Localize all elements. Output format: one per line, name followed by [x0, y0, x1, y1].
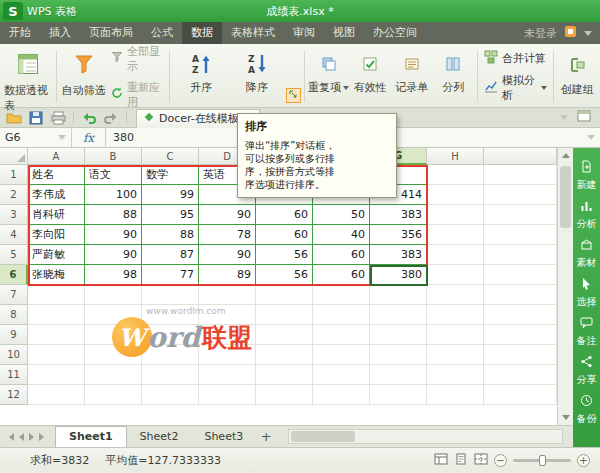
pivot-table-button[interactable]: 数据透视表 [4, 46, 53, 107]
cell[interactable] [85, 305, 142, 325]
cell[interactable]: 90 [85, 245, 142, 265]
scroll-up-button[interactable] [558, 148, 573, 163]
cell[interactable] [313, 285, 370, 305]
sort-ascending-button[interactable]: AZ 升序 [173, 46, 229, 107]
cell[interactable] [28, 345, 85, 365]
cell[interactable] [484, 165, 557, 185]
prev-sheet-icon[interactable] [19, 433, 24, 441]
tab-page-layout[interactable]: 页面布局 [80, 22, 142, 44]
horizontal-scroll-thumb[interactable] [291, 431, 355, 442]
next-sheet-icon[interactable] [29, 433, 34, 441]
horizontal-scrollbar[interactable] [288, 429, 563, 444]
cell[interactable]: 87 [142, 245, 199, 265]
row-header[interactable]: 5 [0, 245, 28, 265]
cell[interactable]: 77 [142, 265, 199, 285]
sort-dialog-launcher-button[interactable] [286, 88, 301, 103]
cell[interactable] [370, 365, 427, 385]
cell[interactable] [427, 205, 484, 225]
cell[interactable]: 60 [256, 225, 313, 245]
row-header[interactable]: 1 [0, 165, 28, 185]
tab-data[interactable]: 数据 [182, 22, 222, 44]
row-header[interactable]: 11 [0, 365, 28, 385]
cell[interactable] [484, 285, 557, 305]
sheet-tab-1[interactable]: Sheet1 [55, 426, 127, 447]
row-header[interactable]: 3 [0, 205, 28, 225]
cell[interactable] [427, 345, 484, 365]
cell[interactable] [484, 325, 557, 345]
auto-filter-button[interactable]: 自动筛选 [59, 46, 108, 107]
text-to-columns-button[interactable]: 分列 [433, 46, 475, 107]
cell[interactable]: 60 [256, 205, 313, 225]
name-box-chevron-icon[interactable] [58, 135, 66, 140]
cell[interactable]: 90 [199, 205, 256, 225]
cell[interactable] [313, 365, 370, 385]
column-header[interactable]: H [427, 148, 484, 165]
column-header[interactable]: C [142, 148, 199, 165]
cell[interactable]: 380 [370, 265, 427, 285]
cell[interactable] [142, 285, 199, 305]
tab-table-style[interactable]: 表格样式 [222, 22, 284, 44]
last-sheet-icon[interactable] [39, 433, 44, 441]
cell[interactable] [142, 365, 199, 385]
cell[interactable] [142, 385, 199, 405]
cell[interactable]: 姓名 [28, 165, 85, 185]
row-header[interactable]: 8 [0, 305, 28, 325]
vertical-scrollbar[interactable] [557, 148, 573, 425]
cell[interactable] [484, 185, 557, 205]
record-form-button[interactable]: 记录单 [391, 46, 433, 107]
tab-insert[interactable]: 插入 [40, 22, 80, 44]
reapply-button[interactable]: 重新应用 [111, 80, 163, 110]
cell[interactable] [142, 305, 199, 325]
cell[interactable]: 356 [370, 225, 427, 245]
cell[interactable] [256, 365, 313, 385]
sidebar-item-analyze[interactable]: 分析 [573, 194, 600, 233]
tab-review[interactable]: 审阅 [284, 22, 324, 44]
cell[interactable]: 李向阳 [28, 225, 85, 245]
cell[interactable] [85, 385, 142, 405]
cell[interactable]: 肖科研 [28, 205, 85, 225]
cell[interactable]: 90 [199, 245, 256, 265]
cell[interactable] [427, 245, 484, 265]
cell[interactable]: 60 [313, 245, 370, 265]
cell[interactable] [484, 205, 557, 225]
cell[interactable]: 60 [313, 265, 370, 285]
row-header[interactable]: 10 [0, 345, 28, 365]
cell[interactable] [256, 385, 313, 405]
sheet-tab-2[interactable]: Sheet2 [127, 427, 192, 447]
cell[interactable] [256, 305, 313, 325]
cell[interactable]: 99 [142, 185, 199, 205]
sheet-tab-3[interactable]: Sheet3 [191, 427, 256, 447]
cell[interactable] [142, 345, 199, 365]
cell[interactable] [427, 325, 484, 345]
tab-view[interactable]: 视图 [324, 22, 364, 44]
cell[interactable] [313, 305, 370, 325]
cell[interactable] [427, 365, 484, 385]
cell[interactable] [199, 325, 256, 345]
name-box[interactable]: G6 [0, 128, 72, 147]
cell[interactable] [199, 305, 256, 325]
login-status[interactable]: 未登录 [524, 26, 557, 41]
zoom-slider-thumb[interactable] [539, 455, 546, 466]
cell[interactable] [256, 325, 313, 345]
sidebar-item-share[interactable]: 分享 [573, 350, 600, 389]
column-header[interactable]: A [28, 148, 85, 165]
cell[interactable] [427, 265, 484, 285]
vertical-scroll-thumb[interactable] [560, 166, 571, 228]
cell[interactable]: 100 [85, 185, 142, 205]
show-all-button[interactable]: 全部显示 [111, 44, 163, 74]
sidebar-item-new[interactable]: 新建 [573, 155, 600, 194]
zoom-slider[interactable] [513, 459, 571, 462]
cell[interactable]: 语文 [85, 165, 142, 185]
cell[interactable]: 56 [256, 265, 313, 285]
row-header[interactable]: 6 [0, 265, 28, 285]
cell[interactable] [370, 345, 427, 365]
cell[interactable] [85, 325, 142, 345]
page-layout-view-icon[interactable] [454, 453, 468, 468]
cell[interactable]: 88 [142, 225, 199, 245]
sidebar-item-select[interactable]: 选择 [573, 272, 600, 311]
cell[interactable] [199, 345, 256, 365]
cell[interactable] [313, 385, 370, 405]
cell[interactable] [28, 365, 85, 385]
consolidate-button[interactable]: 合并计算 [484, 50, 546, 67]
chevron-down-icon[interactable] [584, 31, 592, 36]
